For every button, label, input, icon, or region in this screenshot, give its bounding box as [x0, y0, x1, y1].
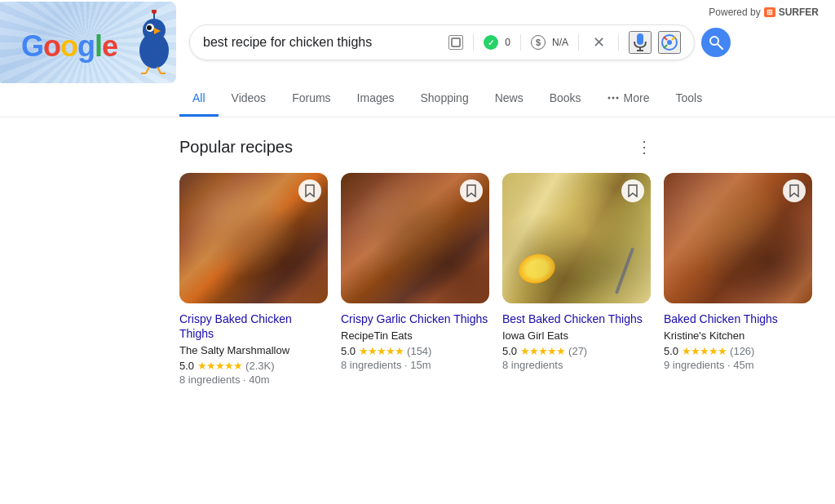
- recipe-title-3: Best Baked Chicken Thighs: [502, 312, 651, 326]
- recipe-card[interactable]: Crispy Garlic Chicken Thighs RecipeTin E…: [341, 173, 489, 386]
- logo-o1: o: [43, 29, 60, 63]
- logo-area: Google: [13, 10, 176, 75]
- divider4: [618, 34, 619, 51]
- bookmark-button-3[interactable]: [621, 179, 644, 202]
- search-submit-icon: [709, 35, 723, 50]
- tab-more[interactable]: More: [594, 82, 663, 117]
- svg-point-6: [152, 10, 157, 14]
- recipe-source-2: RecipeTin Eats: [341, 329, 489, 342]
- whatsapp-badge: 0: [505, 37, 510, 48]
- stars-2: ★★★★★: [359, 345, 404, 357]
- search-input[interactable]: [203, 35, 442, 50]
- rating-count-2: (154): [407, 345, 431, 357]
- main-content: Popular recipes ⋮ Crispy Baked Chicken T…: [0, 117, 835, 402]
- recipe-source-4: Kristine's Kitchen: [664, 329, 812, 342]
- recipe-card[interactable]: Crispy Baked Chicken Thighs The Salty Ma…: [179, 173, 328, 386]
- recipe-meta-2: 8 ingredients · 15m: [341, 359, 489, 371]
- rating-count-4: (126): [730, 345, 754, 357]
- tab-news[interactable]: News: [482, 82, 537, 117]
- lens-icon: [660, 33, 678, 51]
- rating-number-4: 5.0: [664, 345, 678, 357]
- bird-mascot: [131, 10, 176, 80]
- whatsapp-icon: ✓: [484, 35, 498, 50]
- clear-button[interactable]: ✕: [589, 33, 608, 52]
- section-title: Popular recipes: [179, 138, 293, 157]
- stars-1: ★★★★★: [197, 360, 242, 372]
- svg-line-9: [157, 67, 161, 73]
- tab-tools[interactable]: Tools: [663, 82, 716, 117]
- surfer-logo: ⊞: [764, 7, 775, 17]
- powered-by-label: Powered by ⊞ SURFER: [709, 7, 819, 18]
- bookmark-icon: [304, 184, 316, 197]
- header: Google: [0, 0, 835, 75]
- stars-4: ★★★★★: [682, 345, 727, 357]
- bookmark-button-1[interactable]: [298, 179, 321, 202]
- google-logo: Google: [21, 29, 117, 64]
- recipe-card[interactable]: Baked Chicken Thighs Kristine's Kitchen …: [664, 173, 812, 386]
- divider3: [578, 34, 579, 51]
- rating-number-2: 5.0: [341, 345, 356, 357]
- divider2: [520, 34, 521, 51]
- nav-tabs: All Videos Forums Images Shopping News B…: [0, 82, 835, 117]
- search-submit-button[interactable]: [701, 28, 731, 57]
- svg-point-4: [147, 25, 152, 30]
- search-bar: ✓ 0 $ N/A ✕: [189, 24, 695, 60]
- tab-videos[interactable]: Videos: [219, 82, 280, 117]
- close-icon: ✕: [593, 33, 605, 51]
- tab-images[interactable]: Images: [344, 82, 408, 117]
- svg-point-20: [612, 97, 614, 99]
- bookmark-icon: [466, 184, 477, 197]
- divider: [473, 34, 474, 51]
- bookmark-icon: [789, 184, 800, 197]
- recipe-meta-4: 9 ingredients · 45m: [664, 359, 812, 371]
- rating-count-1: (2.3K): [245, 360, 274, 372]
- recipe-meta-1: 8 ingredients · 40m: [179, 374, 328, 386]
- rating-number-1: 5.0: [179, 360, 194, 372]
- logo-e: e: [102, 29, 117, 63]
- recipe-rating-2: 5.0 ★★★★★ (154): [341, 345, 489, 357]
- recipe-image-2: [341, 173, 489, 303]
- svg-point-16: [667, 40, 672, 45]
- recipe-cards-container: Crispy Baked Chicken Thighs The Salty Ma…: [179, 173, 656, 386]
- recipe-title-2: Crispy Garlic Chicken Thighs: [341, 312, 489, 326]
- svg-line-18: [718, 44, 722, 49]
- svg-line-7: [146, 67, 149, 73]
- recipe-source-1: The Salty Marshmallow: [179, 344, 328, 356]
- stars-3: ★★★★★: [520, 345, 565, 357]
- bookmark-icon: [627, 184, 638, 197]
- extension-icon: [448, 35, 463, 50]
- svg-point-21: [616, 97, 618, 99]
- mic-icon: [633, 33, 647, 52]
- more-tab-label: More: [624, 91, 650, 104]
- svg-rect-12: [637, 33, 643, 45]
- recipe-image-1: [179, 173, 328, 303]
- recipe-title-1: Crispy Baked Chicken Thighs: [179, 312, 328, 341]
- dollar-badge: N/A: [552, 37, 568, 48]
- logo-l: l: [95, 29, 102, 63]
- svg-point-19: [607, 97, 610, 99]
- bookmark-button-2[interactable]: [460, 179, 483, 202]
- voice-search-button[interactable]: [629, 31, 652, 54]
- logo-g: G: [21, 29, 43, 63]
- recipe-rating-3: 5.0 ★★★★★ (27): [502, 345, 651, 357]
- recipe-meta-3: 8 ingredients: [502, 359, 651, 371]
- recipe-title-4: Baked Chicken Thighs: [664, 312, 812, 326]
- recipe-rating-1: 5.0 ★★★★★ (2.3K): [179, 360, 328, 372]
- rating-count-3: (27): [568, 345, 587, 357]
- rating-number-3: 5.0: [502, 345, 517, 357]
- more-dots-icon: [607, 92, 619, 104]
- section-more-options-button[interactable]: ⋮: [633, 134, 656, 160]
- search-bar-icons: ✓ 0 $ N/A ✕: [448, 31, 681, 54]
- image-search-button[interactable]: [658, 31, 681, 54]
- recipe-source-3: Iowa Girl Eats: [502, 329, 651, 342]
- recipe-card[interactable]: Best Baked Chicken Thighs Iowa Girl Eats…: [502, 173, 651, 386]
- dollar-icon: $: [531, 35, 546, 50]
- recipe-rating-4: 5.0 ★★★★★ (126): [664, 345, 812, 357]
- svg-rect-11: [452, 38, 460, 46]
- tab-books[interactable]: Books: [537, 82, 594, 117]
- tab-shopping[interactable]: Shopping: [408, 82, 482, 117]
- section-header: Popular recipes ⋮: [179, 134, 656, 160]
- bookmark-button-4[interactable]: [783, 179, 806, 202]
- tab-forums[interactable]: Forums: [279, 82, 343, 117]
- tab-all[interactable]: All: [179, 82, 219, 117]
